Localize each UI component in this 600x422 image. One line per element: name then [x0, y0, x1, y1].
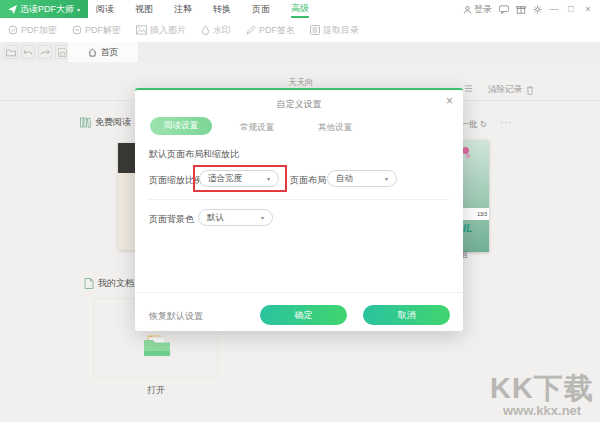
free-reading-label: 免费阅读 [95, 116, 131, 129]
tool-label: 水印 [213, 24, 231, 37]
list-outline-icon [310, 25, 320, 35]
image-icon [136, 25, 147, 35]
bookshelf-icon [80, 117, 91, 128]
tab-page[interactable]: 页面 [252, 1, 270, 17]
restore-defaults-link[interactable]: 恢复默认设置 [149, 310, 203, 323]
ribbon-toolbar: PDF加密 PDF解密 插入图片 水印 PDF签名 提取目录 [0, 18, 600, 42]
tab-read[interactable]: 阅读 [96, 1, 114, 17]
my-docs-section: 我的文档 [84, 277, 134, 290]
page-bg-value: 默认 [207, 212, 224, 224]
tab-convert[interactable]: 转换 [213, 1, 231, 17]
tool-insert-image[interactable]: 插入图片 [136, 24, 186, 37]
save-icon [58, 48, 67, 57]
chevron-down-icon: ▾ [385, 175, 388, 182]
page-bg-select[interactable]: 默认 ▾ [198, 209, 273, 226]
reading-history-icon[interactable] [464, 84, 473, 93]
tool-watermark[interactable]: 水印 [201, 24, 231, 37]
paper-plane-icon [8, 5, 17, 14]
open-label: 打开 [147, 384, 165, 397]
droplet-icon [201, 25, 210, 35]
home-tab-label: 首页 [101, 46, 119, 59]
dialog-tab-reading[interactable]: 阅读设置 [150, 117, 212, 135]
page-layout-value: 自动 [336, 173, 353, 185]
close-window-button[interactable]: × [583, 4, 593, 14]
gear-icon[interactable] [533, 5, 542, 14]
open-file-button[interactable] [4, 45, 18, 59]
zoom-ratio-select[interactable]: 适合宽度 ▾ [199, 170, 279, 187]
login-label: 登录 [474, 3, 492, 16]
tool-label: PDF解密 [85, 24, 121, 37]
cancel-button[interactable]: 取消 [363, 305, 450, 325]
refresh-icon: ↻ [480, 119, 487, 129]
flower-decoration [466, 154, 470, 158]
custom-settings-dialog: 自定义设置 × 阅读设置 常规设置 其他设置 默认页面布局和缩放比 页面缩放比例… [135, 88, 463, 331]
minimize-button[interactable]: — [549, 4, 559, 14]
shield-minus-icon [72, 25, 82, 35]
flower-decoration [462, 147, 469, 154]
app-logo[interactable]: 迅读PDF大师 ▾ [0, 0, 88, 18]
watermark-title: KK下载 [490, 373, 594, 403]
tab-annotate[interactable]: 注释 [174, 1, 192, 17]
trash-icon [526, 86, 534, 95]
gift-box-icon[interactable] [516, 5, 526, 14]
tool-pdf-sign[interactable]: PDF签名 [246, 24, 295, 37]
undo-button[interactable] [21, 45, 35, 59]
cover-badge: 13/3 [461, 208, 489, 220]
free-reading-section: 免费阅读 [80, 116, 131, 129]
clear-history-label: 清除记录 [488, 84, 522, 96]
tool-pdf-decrypt[interactable]: PDF解密 [72, 24, 121, 37]
ok-button[interactable]: 确定 [260, 305, 347, 325]
zoom-ratio-value: 适合宽度 [208, 173, 242, 185]
maximize-button[interactable]: □ [566, 4, 576, 14]
tab-view[interactable]: 视图 [135, 1, 153, 17]
dialog-section-title: 默认页面布局和缩放比 [149, 148, 239, 161]
home-icon [88, 48, 97, 57]
tool-label: 插入图片 [150, 24, 186, 37]
tab-advanced[interactable]: 高级 [291, 0, 309, 18]
document-icon [84, 278, 94, 289]
user-icon [463, 5, 472, 14]
login-button[interactable]: 登录 [463, 3, 492, 16]
page-layout-label: 页面布局 [290, 174, 326, 187]
tool-label: PDF签名 [259, 24, 295, 37]
pen-icon [246, 25, 256, 35]
dialog-divider [149, 199, 449, 200]
watermark-url: www.kkx.net [490, 403, 594, 418]
tool-label: 提取目录 [323, 24, 359, 37]
feedback-icon[interactable] [499, 5, 509, 14]
titlebar-right-controls: 登录 — □ × [463, 3, 600, 16]
site-watermark: KK下载 www.kkx.net [490, 373, 594, 418]
my-docs-label: 我的文档 [98, 277, 134, 290]
cover-script-text: IL [463, 222, 473, 234]
chevron-down-icon: ▾ [267, 175, 270, 182]
redo-button[interactable] [38, 45, 52, 59]
redo-icon [40, 48, 50, 57]
save-button[interactable] [55, 45, 69, 59]
folder-open-icon [6, 48, 16, 57]
shield-check-icon [8, 25, 18, 35]
dialog-title: 自定义设置 [135, 98, 463, 111]
tool-extract-toc[interactable]: 提取目录 [310, 24, 359, 37]
dialog-close-icon[interactable]: × [446, 95, 453, 107]
chevron-down-icon: ▾ [261, 214, 264, 221]
tool-pdf-encrypt[interactable]: PDF加密 [8, 24, 57, 37]
ribbon-tab-strip: 阅读 视图 注释 转换 页面 高级 [96, 0, 309, 18]
app-window: 迅读PDF大师 ▾ 阅读 视图 注释 转换 页面 高级 登录 — □ × [0, 0, 600, 422]
dialog-tab-other[interactable]: 其他设置 [318, 122, 352, 134]
dialog-tab-general[interactable]: 常规设置 [240, 122, 274, 134]
tab-home[interactable]: 首页 [68, 42, 138, 62]
dialog-footer-divider [135, 292, 463, 293]
page-layout-select[interactable]: 自动 ▾ [327, 170, 397, 187]
page-bg-label: 页面背景色 [149, 213, 194, 226]
app-title: 迅读PDF大师 [20, 3, 74, 16]
chevron-down-icon: ▾ [77, 6, 80, 13]
book-cover-right[interactable]: 13/3 IL [461, 140, 489, 252]
undo-icon [23, 48, 33, 57]
clear-history-button[interactable]: 清除记录 [488, 84, 534, 96]
more-button[interactable]: ··· [500, 117, 512, 127]
green-folder-icon[interactable] [143, 334, 171, 356]
title-bar: 迅读PDF大师 ▾ 阅读 视图 注释 转换 页面 高级 登录 — □ × [0, 0, 600, 18]
tool-label: PDF加密 [21, 24, 57, 37]
